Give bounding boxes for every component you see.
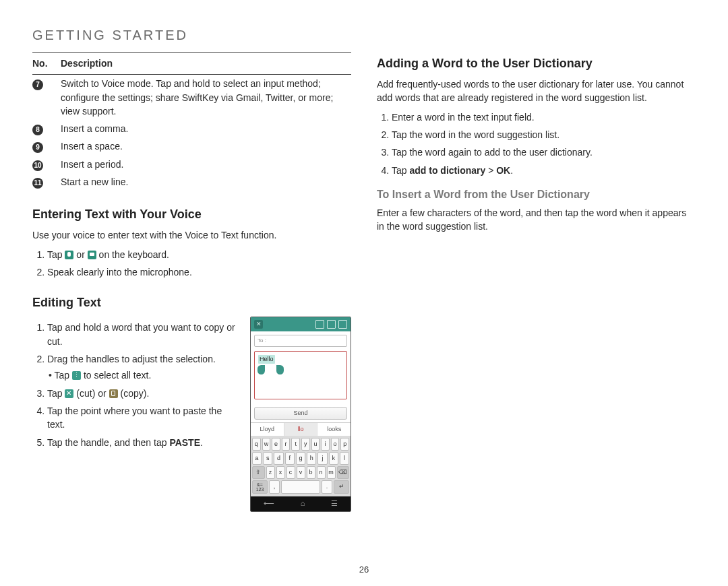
table-row: 10 Insert a period.: [32, 156, 351, 173]
edit-step-1: Tap and hold a word that you want to cop…: [47, 321, 241, 348]
edit-step-3: Tap (cut) or (copy).: [47, 387, 241, 400]
select-all-icon: [72, 371, 81, 380]
selection-handle-right: [276, 365, 284, 375]
suggestion-bar: Lloyd llo looks: [251, 422, 351, 436]
heading-add-word: Adding a Word to the User Dictionary: [377, 55, 696, 72]
desc-11: Start a new line.: [61, 173, 351, 191]
keyboard: qwertyuiop asdfghjkl ⇧ zxcvbnm ⌫ &= 123: [251, 436, 351, 496]
cut-icon: [65, 389, 73, 398]
page-number: 26: [0, 564, 728, 577]
desc-9: Insert a space.: [61, 137, 351, 155]
insert-word-body: Enter a few characters of the word, and …: [377, 206, 696, 234]
num-badge-9: 9: [32, 142, 43, 153]
to-field: To :: [254, 335, 347, 347]
send-button: Send: [254, 407, 347, 420]
section-title: GETTING STARTED: [32, 26, 696, 45]
left-column: No. Description 7 Switch to Voice mode. …: [32, 52, 351, 512]
voice-steps: Tap or on the keyboard. Speak clearly in…: [32, 248, 351, 280]
num-badge-8: 8: [32, 125, 43, 135]
table-header-desc: Description: [61, 53, 351, 75]
shift-key: ⇧: [252, 466, 265, 479]
home-nav-icon: ⌂: [301, 498, 305, 509]
suggestion-2: llo: [284, 423, 318, 436]
right-column: Adding a Word to the User Dictionary Add…: [377, 52, 696, 512]
period-key: .: [322, 480, 332, 494]
dict-step-1: Enter a word in the text input field.: [392, 110, 696, 124]
dict-intro: Add frequently-used words to the user di…: [377, 77, 696, 105]
edit-step-2a: Tap to select all text.: [49, 368, 241, 382]
table-row: 11 Start a new line.: [32, 173, 351, 191]
editing-steps: Tap and hold a word that you want to cop…: [32, 321, 241, 449]
enter-key: ↵: [334, 480, 349, 494]
suggestion-3: looks: [317, 423, 351, 436]
phone-screenshot: ✕ To : Hello: [250, 317, 351, 512]
voice-step-1: Tap or on the keyboard.: [47, 248, 351, 261]
phone-topbar: ✕: [251, 317, 351, 331]
heading-entering-voice: Entering Text with Your Voice: [32, 205, 351, 223]
num-badge-7: 7: [32, 79, 43, 90]
num-badge-11: 11: [32, 178, 43, 189]
suggestion-1: Lloyd: [251, 423, 284, 436]
heading-insert-word: To Insert a Word from the User Dictionar…: [377, 187, 696, 202]
cut-toolbar-icon: [327, 320, 336, 329]
voice-bubble-icon: [88, 251, 96, 259]
description-table: No. Description 7 Switch to Voice mode. …: [32, 52, 351, 191]
nav-bar: ⟵ ⌂ ☰: [251, 496, 351, 511]
edit-step-2: Drag the handles to adjust the selection…: [47, 352, 241, 383]
desc-10: Insert a period.: [61, 156, 351, 173]
num-key: &= 123: [252, 480, 268, 494]
space-key: [281, 480, 320, 494]
dict-step-2: Tap the word in the word suggestion list…: [392, 128, 696, 141]
voice-step-2: Speak clearly into the microphone.: [47, 265, 351, 279]
recent-nav-icon: ☰: [331, 498, 338, 509]
desc-7: Switch to Voice mode. Tap and hold to se…: [61, 75, 351, 120]
table-row: 8 Insert a comma.: [32, 120, 351, 137]
desc-8: Insert a comma.: [61, 120, 351, 137]
dict-step-3: Tap the word again to add to the user di…: [392, 145, 696, 159]
num-badge-10: 10: [32, 160, 43, 171]
message-body: Hello: [254, 351, 347, 399]
edit-step-5: Tap the handle, and then tap PASTE.: [47, 436, 241, 449]
selected-text: Hello: [258, 355, 275, 364]
copy-toolbar-icon: [338, 320, 347, 329]
back-nav-icon: ⟵: [264, 498, 274, 509]
voice-intro: Use your voice to enter text with the Vo…: [32, 228, 351, 242]
dict-steps: Enter a word in the text input field. Ta…: [377, 110, 696, 177]
comma-key: ,: [269, 480, 280, 494]
table-row: 7 Switch to Voice mode. Tap and hold to …: [32, 75, 351, 120]
selection-handle-left: [257, 365, 265, 375]
edit-step-4: Tap the point where you want to paste th…: [47, 404, 241, 432]
dict-step-4: Tap add to dictionary > OK.: [392, 164, 696, 177]
mic-icon: [65, 251, 73, 259]
heading-editing-text: Editing Text: [32, 294, 351, 311]
copy-icon: [109, 389, 118, 398]
selectall-toolbar-icon: [315, 320, 324, 329]
backspace-key: ⌫: [337, 466, 350, 479]
close-icon: ✕: [254, 320, 263, 329]
table-header-no: No.: [32, 53, 61, 75]
table-row: 9 Insert a space.: [32, 137, 351, 155]
